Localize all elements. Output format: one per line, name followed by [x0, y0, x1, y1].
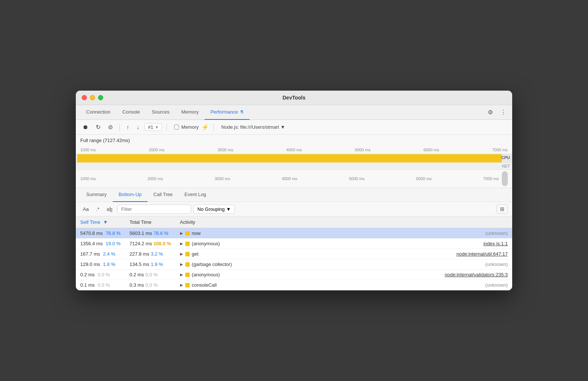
self-time-pct: 0.0 %: [98, 282, 110, 288]
activity-name: get: [192, 251, 199, 257]
table-container: Self Time ▼ Total Time Activity 5470.8 m…: [76, 216, 512, 290]
timeline-section: Full range (7127.42ms) 1000 ms 2000 ms 3…: [76, 135, 512, 188]
case-filter-button[interactable]: ab̲: [104, 205, 115, 213]
reload-icon: ↻: [96, 124, 101, 131]
self-time-value: 167.7 ms: [80, 251, 100, 257]
col-total-time[interactable]: Total Time: [125, 216, 175, 228]
nav-actions: ⚙ ⋮: [486, 107, 508, 117]
expand-arrow[interactable]: ▶: [180, 273, 183, 277]
sub-tab-bottom-up[interactable]: Bottom-Up: [113, 188, 148, 202]
table-row: 167.7 ms2.4 %227.8 ms3.2 % ▶ get node:in…: [76, 249, 512, 259]
self-time-value: 129.0 ms: [80, 262, 100, 267]
traffic-lights: [82, 95, 103, 100]
memory-label: Memory: [181, 124, 199, 130]
memory-clean-button[interactable]: ⚡: [202, 124, 209, 131]
expand-arrow[interactable]: ▶: [180, 231, 183, 235]
upload-button[interactable]: ↑: [124, 122, 132, 132]
close-button[interactable]: [82, 95, 87, 100]
performance-table: Self Time ▼ Total Time Activity 5470.8 m…: [76, 216, 512, 290]
ruler-bot-4000: 4000 ms: [282, 176, 297, 181]
sub-tabs-bar: Summary Bottom-Up Call Tree Event Log: [76, 188, 512, 202]
source-link[interactable]: index.js:1:1: [483, 241, 508, 246]
timeline-ruler-top: 1000 ms 2000 ms 3000 ms 4000 ms 5000 ms …: [80, 146, 508, 154]
regex-filter-button[interactable]: .*: [94, 205, 102, 213]
performance-icon: ⚗: [240, 109, 244, 115]
toolbar: ⏺ ↻ ⊘ ↑ ↓ #1 ▼ Memory ⚡ Node.js: file://…: [76, 120, 512, 135]
download-button[interactable]: ↓: [135, 122, 142, 132]
source-link[interactable]: node:internal/util:647:17: [456, 251, 508, 257]
activity-color-swatch: [185, 252, 190, 256]
source-link[interactable]: node:internal/validators:235:3: [445, 272, 508, 277]
expand-arrow[interactable]: ▶: [180, 262, 183, 266]
sub-tab-call-tree[interactable]: Call Tree: [148, 188, 179, 202]
activity-cell: ▶ (anonymous) node:internal/validators:2…: [176, 270, 512, 280]
total-time-pct: 1.9 %: [151, 262, 163, 267]
total-time-value: 227.8 ms: [129, 251, 149, 257]
session-dropdown-icon: ▼: [155, 125, 159, 129]
sub-tab-event-log[interactable]: Event Log: [179, 188, 212, 202]
window-title: DevTools: [283, 95, 305, 101]
total-time-pct: 78.6 %: [153, 230, 168, 236]
net-bar-container: NET: [76, 163, 512, 170]
self-time-pct: 19.0 %: [106, 241, 121, 246]
devtools-window: DevTools Connection Console Sources Memo…: [76, 91, 512, 290]
net-label: NET: [502, 164, 510, 168]
aa-filter-button[interactable]: Aa: [80, 205, 91, 213]
total-time-value: 5603.1 ms: [129, 230, 152, 236]
col-activity[interactable]: Activity: [176, 216, 512, 228]
clear-button[interactable]: ⊘: [106, 122, 115, 132]
memory-checkbox-label[interactable]: Memory: [174, 124, 199, 130]
activity-color-swatch: [185, 273, 190, 277]
total-time-value: 0.3 ms: [129, 282, 144, 288]
sub-tab-summary[interactable]: Summary: [80, 188, 113, 202]
range-label: Full range (7127.42ms): [80, 138, 508, 143]
grouping-select[interactable]: No Grouping ▼: [193, 205, 235, 214]
tab-connection[interactable]: Connection: [80, 105, 116, 120]
total-time-cell: 134.5 ms1.9 %: [125, 259, 175, 270]
grouping-label: No Grouping: [197, 206, 225, 212]
minimize-button[interactable]: [90, 95, 95, 100]
tab-sources[interactable]: Sources: [146, 105, 175, 120]
col-self-time[interactable]: Self Time ▼: [76, 216, 125, 228]
record-button[interactable]: ⏺: [80, 122, 91, 132]
self-time-pct: 0.0 %: [98, 272, 110, 277]
expand-arrow[interactable]: ▶: [180, 283, 183, 287]
activity-cell: ▶ now (unknown): [176, 228, 512, 239]
filter-bar: Aa .* ab̲ No Grouping ▼ ⊞: [76, 202, 512, 216]
self-time-cell: 167.7 ms2.4 %: [76, 249, 125, 259]
expand-arrow[interactable]: ▶: [180, 252, 183, 256]
filter-input[interactable]: [117, 205, 191, 214]
ruler-bot-6000: 6000 ms: [416, 176, 432, 181]
cpu-bar-container: CPU: [76, 154, 512, 163]
table-row: 1356.4 ms19.0 %7124.2 ms100.0 % ▶ (anony…: [76, 239, 512, 249]
tab-memory[interactable]: Memory: [175, 105, 205, 120]
nav-tabs: Connection Console Sources Memory Perfor…: [80, 105, 486, 120]
self-time-pct: 1.8 %: [103, 262, 115, 267]
self-time-cell: 1356.4 ms19.0 %: [76, 239, 125, 249]
tab-console[interactable]: Console: [116, 105, 146, 120]
memory-checkbox[interactable]: [174, 125, 179, 129]
record-icon: ⏺: [82, 124, 88, 131]
cpu-label: CPU: [501, 155, 510, 160]
scrollbar-thumb[interactable]: [502, 171, 508, 186]
target-selector[interactable]: Node.js: file:///Users/stmart ▼: [221, 124, 285, 130]
tab-performance[interactable]: Performance ⚗: [205, 105, 249, 120]
settings-button[interactable]: ⚙: [486, 107, 494, 117]
total-time-pct: 100.0 %: [153, 241, 171, 246]
table-row: 0.1 ms0.0 %0.3 ms0.0 % ▶ consoleCall (un…: [76, 280, 512, 290]
panel-toggle-button[interactable]: ⊞: [497, 204, 508, 214]
total-time-cell: 5603.1 ms78.6 %: [125, 228, 175, 239]
activity-cell: ▶ (anonymous) index.js:1:1: [176, 239, 512, 249]
reload-button[interactable]: ↻: [94, 122, 103, 132]
total-time-cell: 0.2 ms0.0 %: [125, 270, 175, 280]
activity-cell: ▶ consoleCall (unknown): [176, 280, 512, 290]
expand-arrow[interactable]: ▶: [180, 242, 183, 246]
session-selector[interactable]: #1 ▼: [145, 123, 162, 131]
total-time-value: 134.5 ms: [129, 262, 149, 267]
self-time-cell: 129.0 ms1.8 %: [76, 259, 125, 270]
maximize-button[interactable]: [98, 95, 103, 100]
more-button[interactable]: ⋮: [499, 107, 508, 117]
self-time-cell: 0.2 ms0.0 %: [76, 270, 125, 280]
activity-name: now: [192, 230, 201, 236]
ruler-tick-1000: 1000 ms: [80, 148, 96, 152]
